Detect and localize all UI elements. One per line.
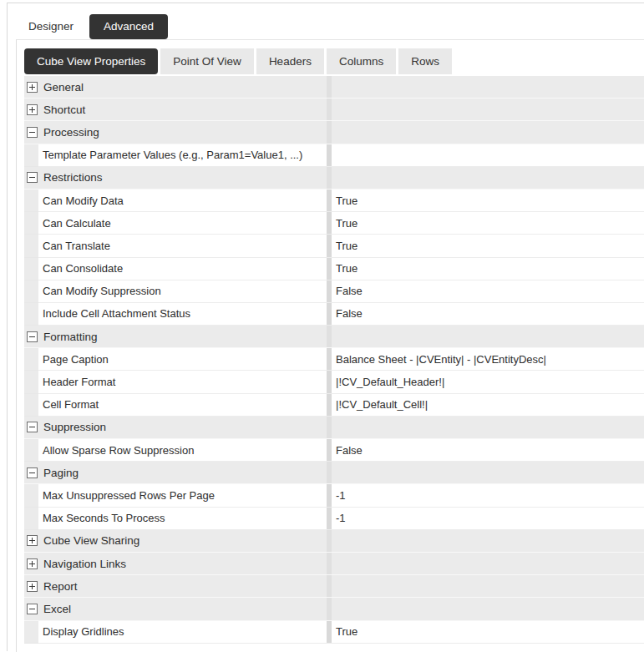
category-label: Restrictions xyxy=(43,171,103,184)
property-row-cell-format[interactable]: Cell Format|!CV_Default_Cell!| xyxy=(24,394,644,417)
tab-point-of-view[interactable]: Point Of View xyxy=(160,48,254,74)
category-row-suppression[interactable]: Suppression xyxy=(24,417,644,439)
property-value[interactable]: True xyxy=(332,621,644,644)
column-splitter[interactable] xyxy=(327,598,332,619)
column-splitter[interactable] xyxy=(327,76,332,98)
property-value[interactable]: True xyxy=(332,190,644,212)
column-splitter[interactable] xyxy=(327,121,332,143)
property-row-display-gridlines[interactable]: Display GridlinesTrue xyxy=(24,621,644,644)
category-row-paging[interactable]: Paging xyxy=(24,462,644,484)
property-grid: GeneralShortcutProcessingTemplate Parame… xyxy=(24,76,644,644)
row-indent xyxy=(24,439,38,462)
property-row-can-translate[interactable]: Can TranslateTrue xyxy=(24,235,644,257)
property-name: Max Seconds To Process xyxy=(38,508,327,530)
category-row-report[interactable]: Report xyxy=(24,575,644,598)
property-row-max-unsuppressed-rows-per-page[interactable]: Max Unsuppressed Rows Per Page-1 xyxy=(24,484,644,507)
primary-tab-strip: DesignerAdvanced xyxy=(8,3,644,39)
property-value[interactable]: False xyxy=(332,280,644,303)
property-name: Can Consolidate xyxy=(38,258,327,280)
property-name: Template Parameter Values (e.g., Param1=… xyxy=(38,144,327,167)
property-row-can-modify-suppression[interactable]: Can Modify SuppressionFalse xyxy=(24,280,644,303)
property-value[interactable]: -1 xyxy=(332,508,644,530)
column-splitter[interactable] xyxy=(327,417,332,438)
column-splitter[interactable] xyxy=(327,530,332,552)
category-row-excel[interactable]: Excel xyxy=(24,598,644,620)
property-value[interactable]: False xyxy=(332,439,644,462)
property-row-can-modify-data[interactable]: Can Modify DataTrue xyxy=(24,190,644,212)
minus-box-icon[interactable] xyxy=(27,604,38,614)
row-indent xyxy=(24,212,38,235)
plus-box-icon[interactable] xyxy=(27,581,38,592)
category-label: Excel xyxy=(43,603,71,615)
category-row-processing[interactable]: Processing xyxy=(24,121,644,144)
category-row-cube-view-sharing[interactable]: Cube View Sharing xyxy=(24,530,644,553)
tab-rows[interactable]: Rows xyxy=(398,48,452,74)
property-value[interactable]: False xyxy=(332,303,644,326)
property-row-include-cell-attachment-status[interactable]: Include Cell Attachment StatusFalse xyxy=(24,303,644,326)
minus-box-icon[interactable] xyxy=(27,467,38,478)
property-value[interactable]: True xyxy=(332,235,644,257)
category-label: Report xyxy=(43,580,78,593)
column-splitter[interactable] xyxy=(327,326,332,347)
category-label: General xyxy=(43,81,84,93)
category-row-restrictions[interactable]: Restrictions xyxy=(24,167,644,190)
property-name: Cell Format xyxy=(38,394,327,417)
property-name: Allow Sparse Row Suppression xyxy=(38,439,327,462)
category-row-general[interactable]: General xyxy=(24,76,644,99)
row-indent xyxy=(24,484,38,507)
row-indent xyxy=(24,235,38,257)
row-indent xyxy=(24,508,38,530)
property-row-can-consolidate[interactable]: Can ConsolidateTrue xyxy=(24,258,644,280)
category-label: Paging xyxy=(43,467,79,479)
property-name: Header Format xyxy=(38,371,327,393)
advanced-tab-content: Cube View PropertiesPoint Of ViewHeaders… xyxy=(16,39,644,652)
tab-advanced[interactable]: Advanced xyxy=(89,14,168,39)
row-indent xyxy=(24,348,38,371)
property-row-header-format[interactable]: Header Format|!CV_Default_Header!| xyxy=(24,371,644,393)
column-splitter[interactable] xyxy=(327,462,332,483)
plus-box-icon[interactable] xyxy=(27,104,38,115)
category-label: Formatting xyxy=(43,331,98,343)
row-indent xyxy=(24,394,38,417)
minus-box-icon[interactable] xyxy=(27,172,38,183)
tab-columns[interactable]: Columns xyxy=(327,48,396,74)
tab-designer[interactable]: Designer xyxy=(17,15,85,39)
plus-box-icon[interactable] xyxy=(27,535,38,546)
row-indent xyxy=(24,190,38,212)
property-value[interactable]: -1 xyxy=(332,484,644,507)
category-label: Suppression xyxy=(43,421,106,433)
property-value[interactable]: |!CV_Default_Cell!| xyxy=(332,394,644,417)
category-row-formatting[interactable]: Formatting xyxy=(24,326,644,348)
property-value[interactable]: True xyxy=(332,212,644,235)
property-row-allow-sparse-row-suppression[interactable]: Allow Sparse Row SuppressionFalse xyxy=(24,439,644,462)
plus-box-icon[interactable] xyxy=(27,558,38,569)
row-indent xyxy=(24,258,38,280)
property-name: Page Caption xyxy=(38,348,327,371)
property-value[interactable]: Balance Sheet - |CVEntity| - |CVEntityDe… xyxy=(332,348,644,371)
property-row-template-parameter-values-e-g-param1-value1[interactable]: Template Parameter Values (e.g., Param1=… xyxy=(24,144,644,167)
tab-headers[interactable]: Headers xyxy=(256,48,324,74)
property-row-max-seconds-to-process[interactable]: Max Seconds To Process-1 xyxy=(24,508,644,530)
property-row-page-caption[interactable]: Page CaptionBalance Sheet - |CVEntity| -… xyxy=(24,348,644,371)
minus-box-icon[interactable] xyxy=(27,331,38,342)
property-value[interactable] xyxy=(332,144,644,167)
row-indent xyxy=(24,621,38,644)
property-name: Can Calculate xyxy=(38,212,327,235)
plus-box-icon[interactable] xyxy=(27,82,38,93)
property-row-can-calculate[interactable]: Can CalculateTrue xyxy=(24,212,644,235)
category-row-navigation-links[interactable]: Navigation Links xyxy=(24,553,644,575)
category-label: Navigation Links xyxy=(43,558,126,570)
column-splitter[interactable] xyxy=(327,99,332,120)
property-value[interactable]: True xyxy=(332,258,644,280)
category-row-shortcut[interactable]: Shortcut xyxy=(24,99,644,121)
column-splitter[interactable] xyxy=(327,167,332,189)
category-label: Shortcut xyxy=(43,104,85,116)
column-splitter[interactable] xyxy=(327,553,332,574)
tab-cube-view-properties[interactable]: Cube View Properties xyxy=(24,48,158,74)
minus-box-icon[interactable] xyxy=(27,127,38,138)
column-splitter[interactable] xyxy=(327,575,332,597)
minus-box-icon[interactable] xyxy=(27,422,38,432)
property-value[interactable]: |!CV_Default_Header!| xyxy=(332,371,644,393)
category-label: Processing xyxy=(43,126,99,139)
advanced-editor-panel: DesignerAdvanced Cube View PropertiesPoi… xyxy=(7,3,644,651)
